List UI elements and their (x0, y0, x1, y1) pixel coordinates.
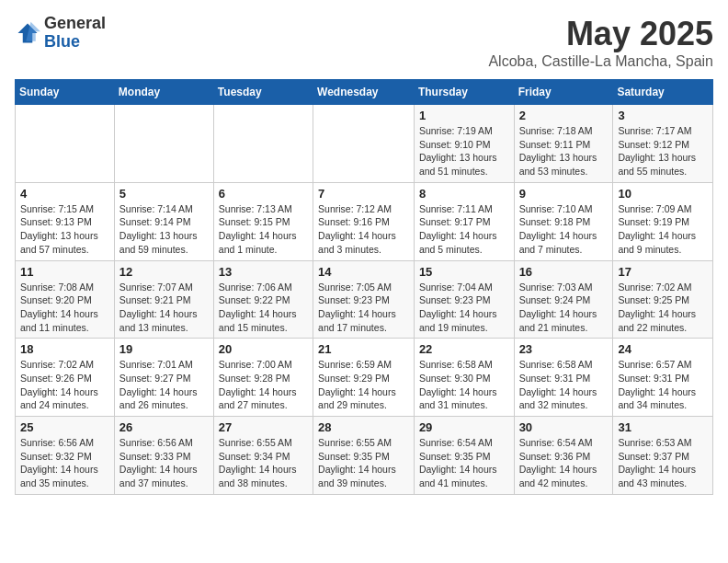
day-info: Sunrise: 6:56 AM Sunset: 9:33 PM Dayligh… (119, 436, 209, 490)
day-info: Sunrise: 6:57 AM Sunset: 9:31 PM Dayligh… (618, 358, 708, 412)
day-info: Sunrise: 6:58 AM Sunset: 9:31 PM Dayligh… (519, 358, 609, 412)
day-number: 27 (219, 420, 308, 434)
day-number: 28 (318, 420, 409, 434)
day-info: Sunrise: 7:00 AM Sunset: 9:28 PM Dayligh… (219, 358, 308, 412)
logo-text: General Blue (44, 15, 106, 52)
calendar-cell: 20Sunrise: 7:00 AM Sunset: 9:28 PM Dayli… (213, 339, 313, 417)
calendar-cell: 18Sunrise: 7:02 AM Sunset: 9:26 PM Dayli… (16, 339, 115, 417)
calendar-cell: 29Sunrise: 6:54 AM Sunset: 9:35 PM Dayli… (414, 417, 514, 495)
page-subtitle: Alcoba, Castille-La Mancha, Spain (488, 53, 713, 70)
header-cell-wednesday: Wednesday (313, 80, 415, 105)
calendar-cell: 16Sunrise: 7:03 AM Sunset: 9:24 PM Dayli… (514, 260, 613, 339)
calendar-cell: 15Sunrise: 7:04 AM Sunset: 9:23 PM Dayli… (414, 260, 514, 339)
header-cell-thursday: Thursday (414, 80, 514, 105)
calendar-cell (16, 105, 115, 183)
day-info: Sunrise: 6:54 AM Sunset: 9:35 PM Dayligh… (419, 436, 509, 490)
day-number: 24 (618, 342, 708, 356)
day-number: 7 (318, 187, 409, 201)
logo-general: General (44, 15, 106, 33)
day-info: Sunrise: 7:18 AM Sunset: 9:11 PM Dayligh… (519, 124, 609, 178)
day-info: Sunrise: 7:13 AM Sunset: 9:15 PM Dayligh… (219, 202, 308, 257)
header-cell-sunday: Sunday (16, 80, 115, 105)
calendar-cell: 27Sunrise: 6:55 AM Sunset: 9:34 PM Dayli… (213, 417, 313, 495)
calendar-cell: 31Sunrise: 6:53 AM Sunset: 9:37 PM Dayli… (613, 417, 713, 495)
day-number: 30 (519, 420, 609, 434)
day-number: 4 (20, 187, 109, 201)
day-info: Sunrise: 7:19 AM Sunset: 9:10 PM Dayligh… (419, 124, 509, 178)
calendar-cell: 11Sunrise: 7:08 AM Sunset: 9:20 PM Dayli… (16, 260, 115, 339)
calendar-cell: 24Sunrise: 6:57 AM Sunset: 9:31 PM Dayli… (613, 339, 713, 417)
day-number: 23 (519, 342, 609, 356)
day-number: 16 (519, 265, 609, 279)
calendar-cell: 3Sunrise: 7:17 AM Sunset: 9:12 PM Daylig… (613, 105, 713, 183)
day-info: Sunrise: 7:12 AM Sunset: 9:16 PM Dayligh… (318, 202, 409, 257)
day-number: 8 (419, 187, 509, 201)
day-number: 10 (618, 187, 708, 201)
calendar-cell: 19Sunrise: 7:01 AM Sunset: 9:27 PM Dayli… (114, 339, 213, 417)
day-info: Sunrise: 7:05 AM Sunset: 9:23 PM Dayligh… (318, 281, 409, 335)
day-number: 20 (219, 342, 308, 356)
day-number: 11 (20, 265, 109, 279)
day-info: Sunrise: 6:59 AM Sunset: 9:29 PM Dayligh… (318, 358, 409, 412)
day-info: Sunrise: 6:55 AM Sunset: 9:34 PM Dayligh… (219, 436, 308, 490)
day-number: 21 (318, 342, 409, 356)
header-cell-friday: Friday (514, 80, 613, 105)
day-number: 1 (419, 109, 509, 122)
title-block: May 2025 Alcoba, Castille-La Mancha, Spa… (488, 15, 713, 70)
calendar-cell (313, 105, 415, 183)
day-info: Sunrise: 6:54 AM Sunset: 9:36 PM Dayligh… (519, 436, 609, 490)
calendar-cell: 28Sunrise: 6:55 AM Sunset: 9:35 PM Dayli… (313, 417, 415, 495)
day-info: Sunrise: 7:07 AM Sunset: 9:21 PM Dayligh… (119, 281, 209, 335)
calendar-week-0: 1Sunrise: 7:19 AM Sunset: 9:10 PM Daylig… (16, 105, 713, 183)
day-info: Sunrise: 7:08 AM Sunset: 9:20 PM Dayligh… (20, 281, 109, 335)
header-cell-saturday: Saturday (613, 80, 713, 105)
day-info: Sunrise: 7:14 AM Sunset: 9:14 PM Dayligh… (119, 202, 209, 257)
day-number: 12 (119, 265, 209, 279)
calendar-cell: 10Sunrise: 7:09 AM Sunset: 9:19 PM Dayli… (613, 182, 713, 260)
calendar-cell: 6Sunrise: 7:13 AM Sunset: 9:15 PM Daylig… (213, 182, 313, 260)
calendar-cell (114, 105, 213, 183)
page-title: May 2025 (488, 15, 713, 53)
calendar-cell: 4Sunrise: 7:15 AM Sunset: 9:13 PM Daylig… (16, 182, 115, 260)
header-row: SundayMondayTuesdayWednesdayThursdayFrid… (16, 80, 713, 105)
day-number: 25 (20, 420, 109, 434)
calendar-cell (213, 105, 313, 183)
day-number: 13 (219, 265, 308, 279)
day-number: 17 (618, 265, 708, 279)
header-cell-tuesday: Tuesday (213, 80, 313, 105)
logo-blue: Blue (44, 33, 106, 52)
day-info: Sunrise: 7:09 AM Sunset: 9:19 PM Dayligh… (618, 202, 708, 257)
day-number: 26 (119, 420, 209, 434)
day-info: Sunrise: 6:53 AM Sunset: 9:37 PM Dayligh… (618, 436, 708, 490)
calendar-week-3: 18Sunrise: 7:02 AM Sunset: 9:26 PM Dayli… (16, 339, 713, 417)
calendar-header: SundayMondayTuesdayWednesdayThursdayFrid… (16, 80, 713, 105)
calendar-cell: 13Sunrise: 7:06 AM Sunset: 9:22 PM Dayli… (213, 260, 313, 339)
calendar-cell: 22Sunrise: 6:58 AM Sunset: 9:30 PM Dayli… (414, 339, 514, 417)
day-info: Sunrise: 7:06 AM Sunset: 9:22 PM Dayligh… (219, 281, 308, 335)
day-number: 15 (419, 265, 509, 279)
day-info: Sunrise: 7:03 AM Sunset: 9:24 PM Dayligh… (519, 281, 609, 335)
calendar-body: 1Sunrise: 7:19 AM Sunset: 9:10 PM Daylig… (16, 105, 713, 495)
calendar-cell: 9Sunrise: 7:10 AM Sunset: 9:18 PM Daylig… (514, 182, 613, 260)
calendar-cell: 26Sunrise: 6:56 AM Sunset: 9:33 PM Dayli… (114, 417, 213, 495)
day-info: Sunrise: 7:10 AM Sunset: 9:18 PM Dayligh… (519, 202, 609, 257)
day-info: Sunrise: 6:58 AM Sunset: 9:30 PM Dayligh… (419, 358, 509, 412)
logo-icon (15, 20, 40, 46)
calendar-cell: 17Sunrise: 7:02 AM Sunset: 9:25 PM Dayli… (613, 260, 713, 339)
page-header: General Blue May 2025 Alcoba, Castille-L… (15, 15, 713, 70)
day-info: Sunrise: 7:11 AM Sunset: 9:17 PM Dayligh… (419, 202, 509, 257)
day-info: Sunrise: 6:56 AM Sunset: 9:32 PM Dayligh… (20, 436, 109, 490)
day-info: Sunrise: 7:15 AM Sunset: 9:13 PM Dayligh… (20, 202, 109, 257)
calendar-cell: 30Sunrise: 6:54 AM Sunset: 9:36 PM Dayli… (514, 417, 613, 495)
calendar-week-1: 4Sunrise: 7:15 AM Sunset: 9:13 PM Daylig… (16, 182, 713, 260)
day-number: 9 (519, 187, 609, 201)
calendar-week-2: 11Sunrise: 7:08 AM Sunset: 9:20 PM Dayli… (16, 260, 713, 339)
day-number: 31 (618, 420, 708, 434)
calendar-cell: 1Sunrise: 7:19 AM Sunset: 9:10 PM Daylig… (414, 105, 514, 183)
calendar-week-4: 25Sunrise: 6:56 AM Sunset: 9:32 PM Dayli… (16, 417, 713, 495)
calendar-cell: 25Sunrise: 6:56 AM Sunset: 9:32 PM Dayli… (16, 417, 115, 495)
day-number: 14 (318, 265, 409, 279)
calendar-table: SundayMondayTuesdayWednesdayThursdayFrid… (15, 79, 713, 495)
day-number: 29 (419, 420, 509, 434)
logo: General Blue (15, 15, 106, 52)
